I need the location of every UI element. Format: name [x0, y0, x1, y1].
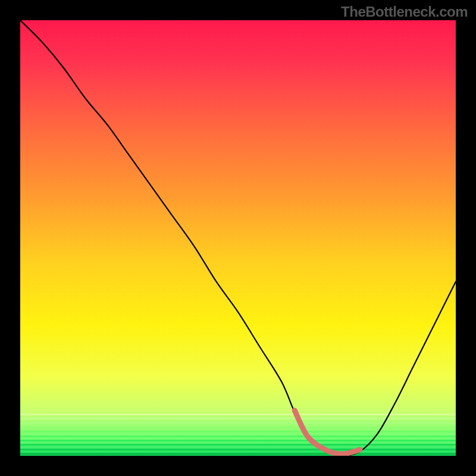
watermark-text: TheBottleneck.com — [341, 4, 468, 20]
plot-area — [20, 20, 456, 456]
bottleneck-curve — [20, 20, 456, 456]
chart-lines — [20, 20, 456, 456]
optimum-marker — [295, 411, 360, 454]
